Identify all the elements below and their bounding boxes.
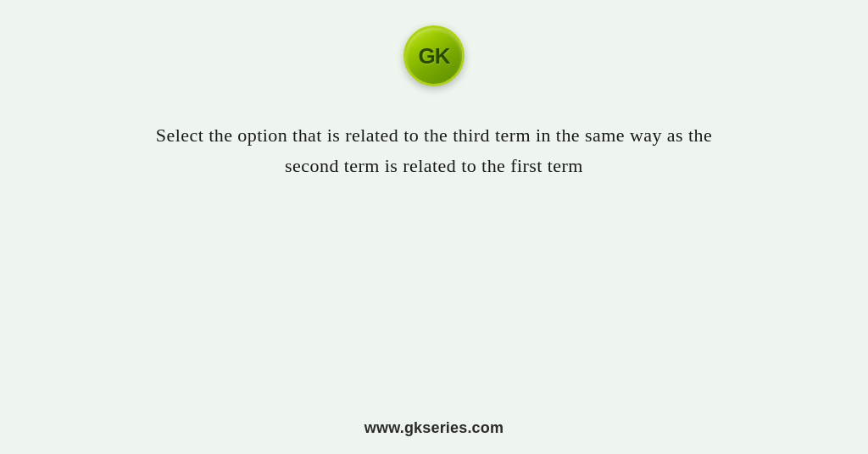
logo-circle: GK	[403, 25, 465, 86]
question-text: Select the option that is related to the…	[129, 120, 739, 182]
footer-url: www.gkseries.com	[364, 419, 504, 437]
logo-text: GK	[419, 43, 450, 69]
logo-container: GK	[403, 25, 465, 86]
